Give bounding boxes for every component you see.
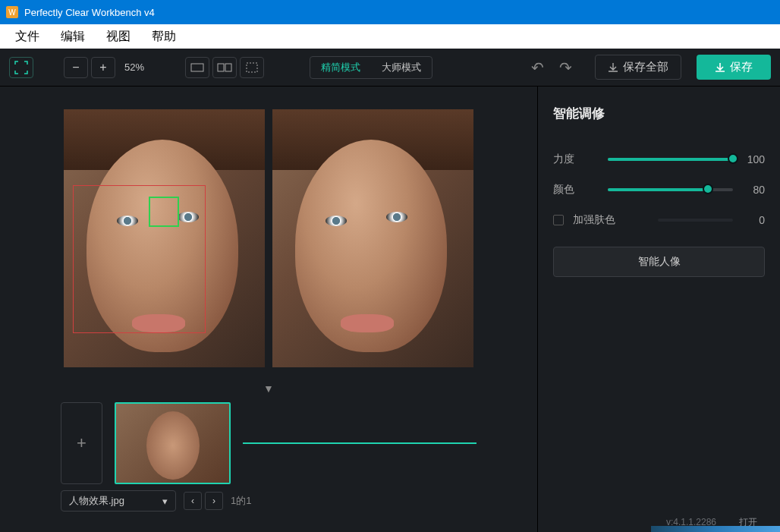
color-slider[interactable]	[608, 188, 733, 191]
titlebar: W Perfectly Clear Workbench v4	[0, 0, 780, 24]
fit-screen-button[interactable]	[9, 57, 33, 78]
layout-group	[185, 57, 264, 78]
menu-view[interactable]: 视图	[97, 26, 140, 48]
single-view-button[interactable]	[185, 57, 209, 78]
prev-file-button[interactable]: ‹	[184, 492, 202, 510]
current-filename: 人物效果.jpg	[69, 494, 124, 508]
menu-file[interactable]: 文件	[6, 26, 49, 48]
chevron-down-icon: ▾	[162, 496, 168, 507]
app-logo-icon: W	[6, 6, 18, 18]
intensity-slider[interactable]	[608, 158, 733, 161]
color-label: 颜色	[553, 183, 599, 197]
split-view-button[interactable]	[212, 57, 237, 78]
filmstrip-track	[243, 442, 476, 444]
window-title: Perfectly Clear Workbench v4	[24, 7, 155, 18]
undo-button[interactable]: ↶	[531, 58, 544, 77]
page-indicator: 1的1	[231, 494, 251, 508]
intensity-label: 力度	[553, 153, 599, 166]
enhance-skin-label: 加强肤色	[573, 213, 649, 227]
menubar: 文件 编辑 视图 帮助	[0, 24, 780, 49]
svg-rect-3	[247, 63, 257, 72]
menu-edit[interactable]: 编辑	[52, 26, 94, 48]
redo-button[interactable]: ↷	[559, 58, 572, 77]
before-image[interactable]	[64, 109, 265, 367]
save-button[interactable]: 保存	[697, 55, 771, 80]
panel-title: 智能调修	[553, 105, 765, 122]
enhance-skin-slider	[658, 219, 734, 222]
tab-master-mode[interactable]: 大师模式	[371, 57, 432, 78]
crop-view-button[interactable]	[240, 57, 264, 78]
save-label: 保存	[730, 60, 753, 74]
enhance-skin-value: 0	[742, 214, 765, 226]
enhance-skin-checkbox[interactable]	[553, 215, 564, 225]
filmstrip: +	[0, 395, 537, 484]
zoom-value: 52%	[124, 61, 155, 73]
thumbnail-selected[interactable]	[115, 402, 231, 484]
save-all-label: 保存全部	[623, 60, 668, 74]
svg-rect-2	[225, 64, 231, 71]
zoom-out-button[interactable]: −	[64, 57, 88, 78]
face-detection-box	[73, 185, 206, 333]
statusbar: v:4.1.1.2286 打开	[0, 512, 780, 532]
zoom-in-button[interactable]: +	[91, 57, 115, 78]
tab-simple-mode[interactable]: 精简模式	[310, 57, 371, 78]
collapse-filmstrip-icon[interactable]: ▼	[0, 382, 537, 395]
next-file-button[interactable]: ›	[205, 492, 223, 510]
viewer-area: ▼ + 人物效果.jpg ▾ ‹ › 1的1	[0, 87, 537, 532]
color-value: 80	[742, 184, 765, 196]
save-all-button[interactable]: 保存全部	[595, 55, 681, 80]
zoom-group: − + 52%	[64, 57, 155, 78]
add-image-button[interactable]: +	[61, 402, 102, 484]
mode-tabs: 精简模式 大师模式	[310, 56, 432, 79]
menu-help[interactable]: 帮助	[143, 26, 185, 48]
svg-rect-0	[191, 64, 203, 71]
smart-portrait-button[interactable]: 智能人像	[553, 247, 765, 277]
file-select-dropdown[interactable]: 人物效果.jpg ▾	[61, 490, 176, 512]
toolbar: − + 52% 精简模式 大师模式 ↶ ↷ 保存全部 保存	[0, 49, 780, 87]
svg-rect-1	[218, 64, 224, 71]
after-image[interactable]	[272, 109, 473, 367]
adjustments-panel: 智能调修 力度 100 颜色 80 加强肤色 0 智能人像	[537, 87, 780, 532]
eye-detection-box	[149, 197, 179, 227]
intensity-value: 100	[742, 153, 765, 165]
status-gradient	[651, 526, 780, 532]
